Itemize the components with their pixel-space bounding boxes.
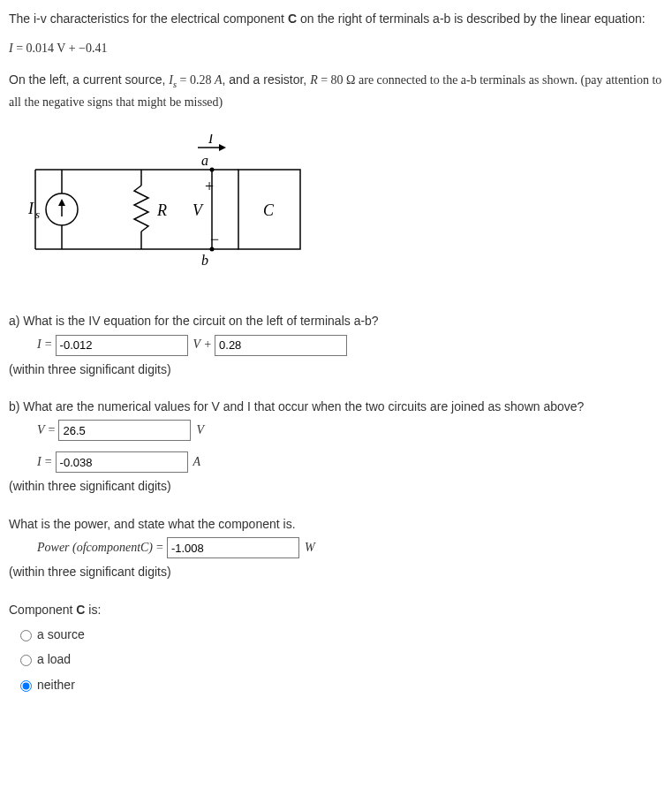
svg-text:+: + (205, 178, 214, 195)
part-a-intercept-input[interactable] (215, 335, 347, 356)
radio-label: a load (37, 649, 71, 669)
var-i: I (37, 452, 42, 472)
eq-sign: = (156, 538, 163, 557)
text: = 0.28 (177, 73, 215, 87)
part-b-i-input[interactable] (56, 451, 188, 473)
unit-w: W (305, 538, 315, 557)
var-v: V (193, 335, 201, 354)
part-a-equation-row: I = V + (37, 335, 663, 356)
svg-text:I: I (27, 200, 34, 217)
part-a-question: a) What is the IV equation for the circu… (9, 311, 663, 330)
part-b-i-row: I = A (37, 451, 663, 473)
svg-text:R: R (156, 201, 167, 219)
svg-text:a: a (201, 153, 208, 168)
power-note: (within three significant digits) (9, 562, 663, 581)
part-a-note: (within three significant digits) (9, 360, 663, 379)
part-b-note: (within three significant digits) (9, 476, 663, 496)
component-c-bold: C (76, 603, 85, 617)
intro-paragraph-1: The i-v characteristics for the electric… (9, 9, 663, 28)
svg-marker-22 (219, 144, 226, 151)
intro-paragraph-2: On the left, a current source, Is = 0.28… (9, 70, 663, 113)
eq-sign: = (45, 335, 52, 354)
text: The i-v characteristics for the electric… (9, 11, 288, 26)
equation-1: I = 0.014 V + −0.41 (9, 39, 663, 58)
power-question: What is the power, and state what the co… (9, 514, 663, 534)
text: On the left, a current source, (9, 72, 169, 87)
eq-rhs: 0.014 V + −0.41 (26, 42, 108, 55)
svg-text:V: V (193, 201, 204, 219)
unit-a: A (215, 73, 223, 87)
part-a-slope-input[interactable] (56, 335, 188, 356)
circuit-diagram: I s R a b + V − I C (18, 134, 663, 290)
eq-sign: = (13, 42, 26, 55)
eq-sign: = (45, 452, 52, 472)
component-c-bold: C (288, 11, 297, 26)
part-b-v-input[interactable] (58, 420, 191, 441)
text: on the right of terminals a-b is describ… (297, 11, 646, 26)
svg-text:I: I (208, 134, 214, 146)
radio-label: a source (37, 625, 85, 644)
var-i: I (37, 335, 42, 354)
text: Component (9, 603, 76, 617)
power-label: Power (ofcomponentC) (37, 538, 153, 557)
eq-sign: = (49, 421, 56, 440)
unit-v: V (196, 421, 204, 440)
var-r: R (310, 73, 318, 87)
part-b-question: b) What are the numerical values for V a… (9, 397, 663, 416)
radio-label: neither (37, 675, 75, 694)
radio-load-input[interactable] (20, 655, 32, 666)
text: is: (85, 603, 101, 617)
svg-text:b: b (201, 253, 208, 268)
radio-source[interactable]: a source (16, 625, 663, 644)
radio-neither-input[interactable] (20, 680, 32, 692)
unit-a: A (193, 452, 201, 472)
power-input[interactable] (167, 537, 299, 558)
svg-text:−: − (210, 231, 219, 248)
power-row: Power (ofcomponentC) = W (37, 537, 663, 558)
svg-text:s: s (35, 208, 40, 221)
radio-load[interactable]: a load (16, 649, 663, 669)
radio-source-input[interactable] (20, 630, 32, 641)
text: , and a resistor, (223, 72, 311, 87)
plus-sign: + (204, 335, 211, 354)
part-b-v-row: V = V (37, 420, 663, 441)
radio-neither[interactable]: neither (16, 675, 663, 694)
svg-text:C: C (263, 201, 275, 219)
var-v: V (37, 421, 45, 440)
component-c-label: Component C is: (9, 600, 663, 619)
